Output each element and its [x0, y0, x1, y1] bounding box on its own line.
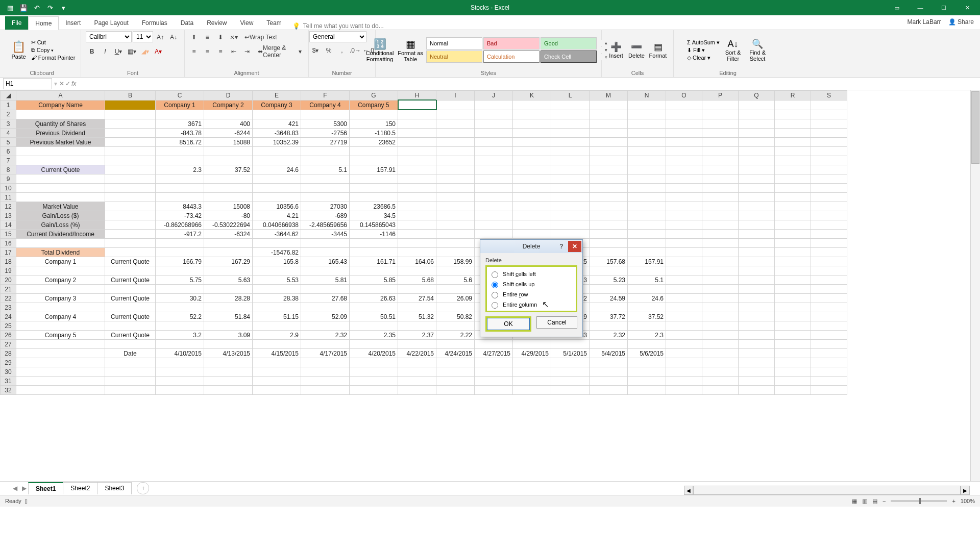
cell-I31[interactable] [436, 377, 475, 386]
style-normal[interactable]: Normal [426, 37, 482, 49]
cell-J28[interactable]: 4/27/2015 [475, 349, 513, 358]
cell-H32[interactable] [398, 386, 436, 395]
cell-B9[interactable] [105, 174, 156, 184]
cell-I25[interactable] [436, 321, 475, 331]
cell-I32[interactable] [436, 386, 475, 395]
cell-J2[interactable] [475, 110, 513, 119]
cell-O20[interactable] [666, 276, 702, 285]
cell-O16[interactable] [666, 239, 702, 248]
cell-Q9[interactable] [739, 174, 775, 184]
clear-button[interactable]: ◇ Clear ▾ [687, 55, 720, 61]
cell-H24[interactable]: 51.32 [398, 312, 436, 321]
vertical-scrollbar[interactable] [970, 90, 980, 481]
cell-H10[interactable] [398, 184, 436, 193]
cell-S17[interactable] [811, 248, 847, 257]
row-header-23[interactable]: 23 [1, 303, 16, 312]
cell-Q15[interactable] [739, 230, 775, 239]
autosum-button[interactable]: Σ AutoSum ▾ [687, 39, 720, 46]
cell-N29[interactable] [628, 358, 666, 367]
cell-B12[interactable] [105, 202, 156, 211]
cell-N13[interactable] [628, 211, 666, 220]
ribbon-tab-data[interactable]: Data [174, 16, 200, 30]
cell-M10[interactable] [590, 184, 628, 193]
row-header-22[interactable]: 22 [1, 294, 16, 303]
cell-C32[interactable] [156, 386, 204, 395]
delete-option-3[interactable]: Entire column [489, 299, 574, 310]
cell-Q12[interactable] [739, 202, 775, 211]
cell-G25[interactable] [350, 321, 398, 331]
cell-L6[interactable] [551, 147, 590, 156]
cell-C28[interactable]: 4/10/2015 [156, 349, 204, 358]
cell-O14[interactable] [666, 220, 702, 230]
cell-Q13[interactable] [739, 211, 775, 220]
cell-G23[interactable] [350, 303, 398, 312]
cell-D4[interactable]: -6244 [204, 129, 253, 138]
cell-F28[interactable]: 4/17/2015 [301, 349, 350, 358]
cell-E2[interactable] [253, 110, 301, 119]
cell-Q16[interactable] [739, 239, 775, 248]
cell-D31[interactable] [204, 377, 253, 386]
cell-A24[interactable]: Company 4 [16, 312, 105, 321]
cell-N12[interactable] [628, 202, 666, 211]
cell-K2[interactable] [513, 110, 551, 119]
sheet-tab-sheet1[interactable]: Sheet1 [28, 482, 63, 494]
cell-O3[interactable] [666, 119, 702, 129]
cell-R22[interactable] [775, 294, 811, 303]
name-box[interactable] [3, 78, 52, 89]
col-header-R[interactable]: R [775, 91, 811, 101]
cell-I19[interactable] [436, 266, 475, 276]
cell-H12[interactable] [398, 202, 436, 211]
cell-C29[interactable] [156, 358, 204, 367]
cell-G14[interactable]: 0.145865043 [350, 220, 398, 230]
cell-A6[interactable] [16, 147, 105, 156]
cell-M32[interactable] [590, 386, 628, 395]
col-header-H[interactable]: H [398, 91, 436, 101]
cell-I6[interactable] [436, 147, 475, 156]
row-header-4[interactable]: 4 [1, 129, 16, 138]
cell-C10[interactable] [156, 184, 204, 193]
cell-D13[interactable]: -80 [204, 211, 253, 220]
radio-2[interactable] [492, 292, 498, 298]
cell-H26[interactable]: 2.37 [398, 331, 436, 340]
cell-P2[interactable] [702, 110, 739, 119]
format-as-table-button[interactable]: Format as Table [397, 50, 424, 62]
col-header-A[interactable]: A [16, 91, 105, 101]
undo-icon[interactable]: ↶ [31, 2, 43, 14]
cell-M18[interactable]: 157.68 [590, 257, 628, 266]
cell-G13[interactable]: 34.5 [350, 211, 398, 220]
cell-P16[interactable] [702, 239, 739, 248]
row-header-19[interactable]: 19 [1, 266, 16, 276]
cell-L10[interactable] [551, 184, 590, 193]
cell-R3[interactable] [775, 119, 811, 129]
cell-C22[interactable]: 30.2 [156, 294, 204, 303]
cell-B3[interactable] [105, 119, 156, 129]
ribbon-tab-team[interactable]: Team [260, 16, 288, 30]
cell-K28[interactable]: 4/29/2015 [513, 349, 551, 358]
cell-R24[interactable] [775, 312, 811, 321]
format-cells-icon[interactable]: ▤ [647, 41, 669, 53]
cell-E21[interactable] [253, 285, 301, 294]
cell-D7[interactable] [204, 156, 253, 165]
cell-G24[interactable]: 50.51 [350, 312, 398, 321]
cell-O8[interactable] [666, 165, 702, 174]
cell-O26[interactable] [666, 331, 702, 340]
cell-C18[interactable]: 166.79 [156, 257, 204, 266]
cell-M14[interactable] [590, 220, 628, 230]
border-button[interactable]: ▦▾ [126, 45, 138, 58]
cancel-formula-icon[interactable]: ✕ [59, 80, 64, 87]
cell-A30[interactable] [16, 367, 105, 377]
enter-formula-icon[interactable]: ✓ [65, 80, 70, 87]
ok-button[interactable]: OK [487, 318, 530, 330]
row-header-29[interactable]: 29 [1, 358, 16, 367]
select-all-cell[interactable]: ◢ [1, 91, 16, 101]
cell-F30[interactable] [301, 367, 350, 377]
cell-S25[interactable] [811, 321, 847, 331]
cell-F4[interactable]: -2756 [301, 129, 350, 138]
cell-R2[interactable] [775, 110, 811, 119]
cell-S8[interactable] [811, 165, 847, 174]
cell-A2[interactable] [16, 110, 105, 119]
cell-D21[interactable] [204, 285, 253, 294]
cell-A16[interactable] [16, 239, 105, 248]
wrap-text-button[interactable]: ↩ Wrap Text [241, 31, 281, 43]
cell-F13[interactable]: -689 [301, 211, 350, 220]
